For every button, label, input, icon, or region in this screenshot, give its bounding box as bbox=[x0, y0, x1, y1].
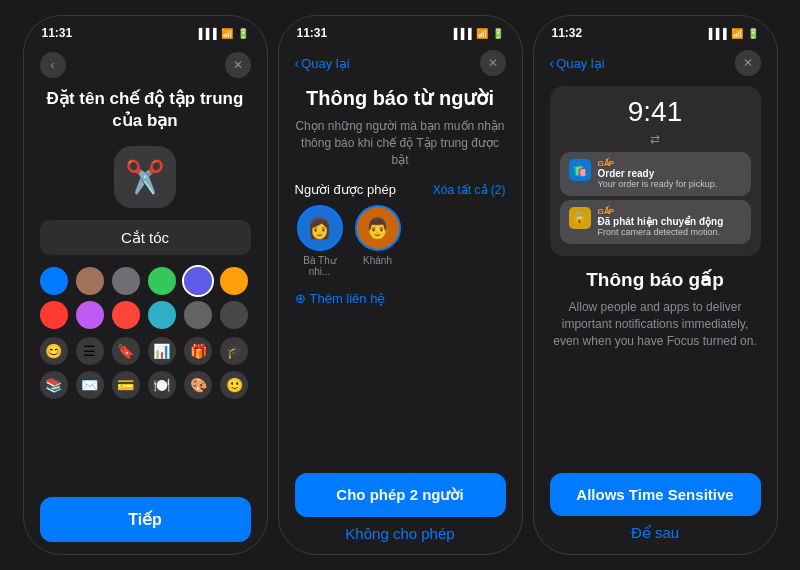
lock-time: 9:41 bbox=[560, 96, 751, 128]
deny-button[interactable]: Không cho phép bbox=[295, 525, 506, 542]
contact-avatar-1: 👩 bbox=[297, 205, 343, 251]
icon-book[interactable]: 📚 bbox=[40, 371, 68, 399]
color-blue[interactable] bbox=[40, 267, 68, 295]
phone3-title: Thông báo gấp bbox=[550, 268, 761, 291]
notif-card-2: 🔒 GẤP Đã phát hiện chuyển động Front cam… bbox=[560, 200, 751, 244]
icon-bookmark[interactable]: 🔖 bbox=[112, 337, 140, 365]
phone2-content: ‹ Quay lại ✕ Thông báo từ người Chọn nhữ… bbox=[279, 44, 522, 554]
icon-grad[interactable]: 🎓 bbox=[220, 337, 248, 365]
phone1-title: Đặt tên chế độ tập trung của bạn bbox=[40, 88, 251, 132]
back-chevron-icon: ‹ bbox=[295, 55, 300, 71]
allowed-section-header: Người được phép Xóa tất cả (2) bbox=[295, 182, 506, 197]
add-contact-label: Thêm liên hệ bbox=[310, 291, 386, 306]
add-contact-btn[interactable]: ⊕ Thêm liên hệ bbox=[295, 291, 506, 306]
signal-icon: ▐▐▐ bbox=[195, 28, 216, 39]
color-purple[interactable] bbox=[184, 267, 212, 295]
color-dark1[interactable] bbox=[184, 301, 212, 329]
close-icon-3: ✕ bbox=[743, 56, 753, 70]
close-icon: ✕ bbox=[233, 58, 243, 72]
icon-list[interactable]: ☰ bbox=[76, 337, 104, 365]
status-bar-2: 11:31 ▐▐▐ 📶 🔋 bbox=[279, 16, 522, 44]
notif-2-title: Đã phát hiện chuyển động bbox=[598, 216, 724, 227]
icon-smile[interactable]: 😊 bbox=[40, 337, 68, 365]
wifi-icon: 📶 bbox=[221, 28, 233, 39]
notif-2-urgent: GẤP bbox=[598, 207, 724, 216]
close-btn-3[interactable]: ✕ bbox=[735, 50, 761, 76]
phone2-nav: ‹ Quay lại ✕ bbox=[295, 50, 506, 76]
battery-icon: 🔋 bbox=[237, 28, 249, 39]
later-button[interactable]: Để sau bbox=[550, 524, 761, 542]
phone3-content: ‹ Quay lại ✕ 9:41 ⇄ 🛍️ GẤP Order ready Y… bbox=[534, 44, 777, 554]
icon-face[interactable]: 🙂 bbox=[220, 371, 248, 399]
status-time-3: 11:32 bbox=[552, 26, 583, 40]
color-picker bbox=[40, 267, 251, 329]
status-bar-3: 11:32 ▐▐▐ 📶 🔋 bbox=[534, 16, 777, 44]
color-dark2[interactable] bbox=[220, 301, 248, 329]
status-icons-3: ▐▐▐ 📶 🔋 bbox=[705, 28, 758, 39]
battery-icon-3: 🔋 bbox=[747, 28, 759, 39]
icon-gift[interactable]: 🎁 bbox=[184, 337, 212, 365]
contact-2[interactable]: 👨 Khánh bbox=[355, 205, 401, 277]
notif-1-title: Order ready bbox=[598, 168, 718, 179]
allows-time-sensitive-button[interactable]: Allows Time Sensitive bbox=[550, 473, 761, 516]
back-arrow-icon: ‹ bbox=[51, 58, 55, 72]
lock-screen-preview: 9:41 ⇄ 🛍️ GẤP Order ready Your order is … bbox=[550, 86, 761, 256]
notif-1-urgent: GẤP bbox=[598, 159, 718, 168]
status-bar-1: 11:31 ▐▐▐ 📶 🔋 bbox=[24, 16, 267, 44]
contact-avatar-2: 👨 bbox=[355, 205, 401, 251]
color-teal[interactable] bbox=[148, 301, 176, 329]
lock-drag-bar: ⇄ bbox=[560, 132, 751, 146]
notif-card-1: 🛍️ GẤP Order ready Your order is ready f… bbox=[560, 152, 751, 196]
battery-icon-2: 🔋 bbox=[492, 28, 504, 39]
phone2-desc: Chọn những người mà bạn muốn nhận thông … bbox=[295, 118, 506, 168]
status-time-1: 11:31 bbox=[42, 26, 73, 40]
phone1-header: ‹ ✕ bbox=[40, 52, 251, 78]
back-button-2[interactable]: ‹ Quay lại bbox=[295, 55, 350, 71]
phone-3: 11:32 ▐▐▐ 📶 🔋 ‹ Quay lại ✕ 9:41 ⇄ 🛍️ bbox=[533, 15, 778, 555]
back-button-3[interactable]: ‹ Quay lại bbox=[550, 55, 605, 71]
clear-all-btn[interactable]: Xóa tất cả (2) bbox=[433, 183, 506, 197]
close-icon-2: ✕ bbox=[488, 56, 498, 70]
contact-name-2: Khánh bbox=[363, 255, 392, 266]
icon-food[interactable]: 🍽️ bbox=[148, 371, 176, 399]
icon-card[interactable]: 💳 bbox=[112, 371, 140, 399]
signal-icon-3: ▐▐▐ bbox=[705, 28, 726, 39]
phone2-title: Thông báo từ người bbox=[295, 86, 506, 110]
color-red[interactable] bbox=[40, 301, 68, 329]
color-coral[interactable] bbox=[112, 301, 140, 329]
scissors-icon: ✂️ bbox=[114, 146, 176, 208]
phone1-content: ‹ ✕ Đặt tên chế độ tập trung của bạn ✂️ … bbox=[24, 44, 267, 554]
signal-icon-2: ▐▐▐ bbox=[450, 28, 471, 39]
drag-icon: ⇄ bbox=[650, 132, 660, 146]
phone-2: 11:31 ▐▐▐ 📶 🔋 ‹ Quay lại ✕ Thông báo từ … bbox=[278, 15, 523, 555]
phone3-nav: ‹ Quay lại ✕ bbox=[550, 50, 761, 76]
back-label-2: Quay lại bbox=[301, 56, 349, 71]
color-gray[interactable] bbox=[112, 267, 140, 295]
allow-button[interactable]: Cho phép 2 người bbox=[295, 473, 506, 517]
notif-2-text: GẤP Đã phát hiện chuyển động Front camer… bbox=[598, 207, 724, 237]
status-icons-1: ▐▐▐ 📶 🔋 bbox=[195, 28, 248, 39]
notif-1-text: GẤP Order ready Your order is ready for … bbox=[598, 159, 718, 189]
back-circle-btn[interactable]: ‹ bbox=[40, 52, 66, 78]
cam-app-icon: 🔒 bbox=[569, 207, 591, 229]
status-time-2: 11:31 bbox=[297, 26, 328, 40]
icon-chart[interactable]: 📊 bbox=[148, 337, 176, 365]
contact-1[interactable]: 👩 Bà Thư nhi... bbox=[295, 205, 345, 277]
color-green[interactable] bbox=[148, 267, 176, 295]
icon-picker: 😊 ☰ 🔖 📊 🎁 🎓 📚 ✉️ 💳 🍽️ 🎨 🙂 bbox=[40, 337, 251, 399]
focus-name-input[interactable] bbox=[40, 220, 251, 255]
plus-icon: ⊕ bbox=[295, 291, 306, 306]
color-brown[interactable] bbox=[76, 267, 104, 295]
bag-app-icon: 🛍️ bbox=[569, 159, 591, 181]
icon-mail[interactable]: ✉️ bbox=[76, 371, 104, 399]
wifi-icon-2: 📶 bbox=[476, 28, 488, 39]
color-orange[interactable] bbox=[220, 267, 248, 295]
next-button[interactable]: Tiếp bbox=[40, 497, 251, 542]
color-magenta[interactable] bbox=[76, 301, 104, 329]
close-btn-2[interactable]: ✕ bbox=[480, 50, 506, 76]
back-chevron-icon-3: ‹ bbox=[550, 55, 555, 71]
wifi-icon-3: 📶 bbox=[731, 28, 743, 39]
close-btn[interactable]: ✕ bbox=[225, 52, 251, 78]
phone3-desc: Allow people and apps to deliver importa… bbox=[550, 299, 761, 349]
icon-art[interactable]: 🎨 bbox=[184, 371, 212, 399]
